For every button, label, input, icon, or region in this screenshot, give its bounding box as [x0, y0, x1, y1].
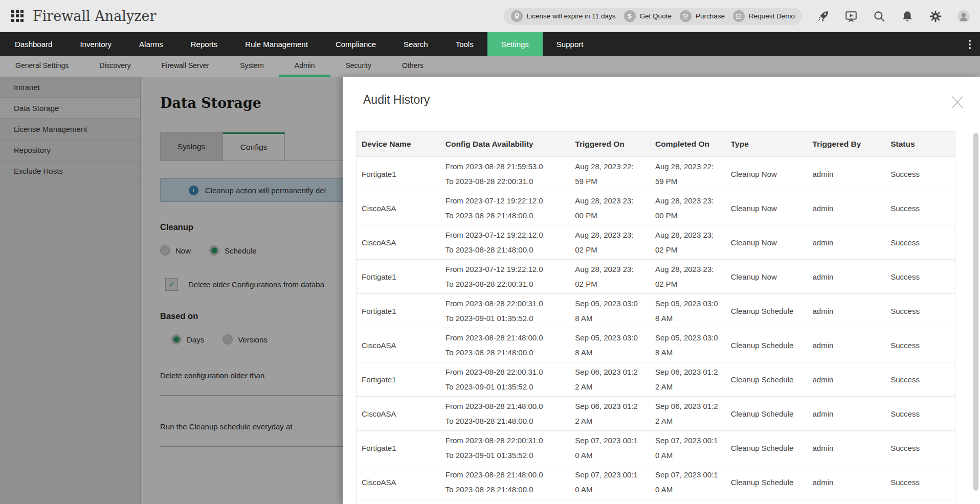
table-cell: CiscoASA	[357, 201, 440, 216]
cell-line: admin	[813, 475, 886, 490]
purchase-link[interactable]: Purchase	[680, 10, 725, 22]
scrollbar-thumb[interactable]	[973, 133, 978, 491]
table-cell: admin	[808, 269, 886, 284]
cell-line: Sep 05, 2023 03:0	[575, 296, 650, 311]
table-cell: admin	[808, 167, 886, 181]
nav-item-search[interactable]: Search	[390, 32, 442, 56]
table-cell: admin	[808, 235, 886, 250]
cell-line: To 2023-08-28 21:48:00.0	[446, 482, 570, 497]
table-cell: Sep 07, 2023 00:10 AM	[570, 433, 650, 463]
subnav-item-firewall-server[interactable]: Firewall Server	[146, 56, 225, 77]
cell-line: Cleanup Schedule	[731, 372, 808, 387]
nav-item-settings[interactable]: Settings	[487, 32, 543, 56]
cell-line: admin	[813, 201, 886, 216]
table-cell: Fortigate1	[357, 372, 440, 387]
table-cell: Success	[885, 372, 955, 387]
table-row: Fortigate1From 2023-08-28 22:00:31.0To 2…	[356, 362, 955, 397]
dollar-icon: $	[624, 10, 636, 22]
panel-title: Audit History	[363, 93, 430, 107]
cell-line: To 2023-08-28 21:48:00.0	[446, 208, 570, 223]
cell-line: Aug 28, 2023 22:	[575, 159, 650, 174]
settings-gear-icon[interactable]	[928, 9, 943, 24]
table-cell: Aug 28, 2023 23:02 PM	[570, 262, 650, 291]
table-cell: Sep 07, 2023 00:10 AM	[650, 467, 726, 497]
table-cell: Cleanup Now	[726, 167, 808, 181]
close-icon[interactable]	[950, 95, 965, 109]
demo-video-icon	[733, 10, 745, 22]
audit-table: Device NameConfig Data AvailabilityTrigg…	[356, 131, 955, 504]
table-cell: From 2023-07-12 19:22:12.0To 2023-08-28 …	[440, 193, 570, 223]
cell-line: From 2023-07-12 19:22:12.0	[446, 262, 570, 277]
subnav-item-discovery[interactable]: Discovery	[84, 56, 146, 77]
table-cell: Success	[885, 406, 955, 421]
table-cell: Aug 28, 2023 22:59 PM	[570, 159, 650, 189]
table-cell: From 2023-07-12 19:22:12.0To 2023-08-28 …	[440, 227, 570, 257]
subnav-item-general-settings[interactable]: General Settings	[0, 56, 84, 77]
table-cell: From 2023-08-28 21:59:53.0To 2023-08-28 …	[440, 159, 570, 189]
table-cell: CiscoASA	[357, 475, 440, 490]
cell-line: 59 PM	[575, 174, 650, 189]
cell-line: 00 PM	[655, 208, 726, 223]
subnav-item-admin[interactable]: Admin	[279, 56, 330, 77]
rocket-icon[interactable]	[816, 9, 830, 24]
overflow-menu-icon[interactable]	[960, 32, 980, 56]
table-row: CiscoASAFrom 2023-07-12 19:22:12.0To 202…	[356, 191, 955, 225]
cell-line: Sep 05, 2023 03:0	[655, 296, 726, 311]
cell-line: Sep 05, 2023 03:0	[655, 330, 726, 345]
cell-line: Success	[890, 235, 955, 250]
table-row: Fortigate1From 2023-08-28 22:00:31.0To 2…	[356, 431, 955, 465]
subnav-item-others[interactable]: Others	[387, 56, 439, 77]
request-demo-link[interactable]: Request Demo	[733, 10, 795, 22]
app-launcher-icon[interactable]	[11, 10, 25, 23]
table-row: CiscoASAFrom 2023-08-28 21:48:00.0To 202…	[356, 465, 955, 499]
cell-line: 0 AM	[655, 448, 726, 463]
cell-line: 2 AM	[575, 414, 650, 428]
subnav-item-security[interactable]: Security	[330, 56, 387, 77]
cell-line: To 2023-09-01 01:35:52.0	[446, 311, 570, 326]
column-header-triggered-by: Triggered By	[808, 140, 886, 149]
table-cell: Sep 07, 2023 00:10 AM	[570, 467, 650, 497]
nav-item-compliance[interactable]: Compliance	[322, 32, 390, 56]
cell-line: Aug 28, 2023 23:	[575, 262, 650, 277]
cell-line: Cleanup Schedule	[731, 406, 808, 421]
table-cell: Success	[885, 441, 955, 455]
table-cell: Aug 28, 2023 22:59 PM	[650, 159, 726, 189]
search-icon[interactable]	[872, 9, 886, 24]
cell-line: Cleanup Schedule	[731, 441, 808, 455]
table-cell: From 2023-08-28 22:00:31.0To 2023-09-01 …	[440, 433, 570, 463]
table-cell: Aug 28, 2023 23:02 PM	[650, 227, 726, 257]
cell-line: 8 AM	[575, 345, 650, 360]
cell-line: From 2023-08-28 21:59:53.0	[446, 159, 570, 174]
table-cell: Cleanup Now	[726, 269, 808, 284]
table-cell: Aug 28, 2023 23:02 PM	[650, 262, 726, 291]
screen: Firewall Analyzer License will expire in…	[0, 0, 980, 504]
presentation-icon[interactable]	[844, 9, 858, 24]
cell-line: To 2023-08-28 21:48:00.0	[446, 345, 570, 360]
table-cell: Cleanup Schedule	[726, 441, 808, 455]
subnav-item-system[interactable]: System	[225, 56, 279, 77]
license-badge-icon	[511, 10, 523, 22]
notifications-bell-icon[interactable]	[900, 9, 915, 24]
cell-line: 2 AM	[655, 414, 726, 428]
column-header-config-data-availability: Config Data Availability	[440, 140, 570, 149]
table-cell: Success	[885, 269, 955, 284]
cell-line: Fortigate1	[362, 304, 440, 318]
nav-item-alarms[interactable]: Alarms	[125, 32, 177, 56]
nav-item-tools[interactable]: Tools	[442, 32, 487, 56]
user-avatar[interactable]	[956, 9, 971, 24]
nav-item-rule-management[interactable]: Rule Management	[231, 32, 322, 56]
cell-line: Success	[890, 338, 955, 353]
table-row: CiscoASAFrom 2023-08-28 21:48:00.0To 202…	[356, 397, 955, 431]
nav-item-inventory[interactable]: Inventory	[66, 32, 125, 56]
table-cell: admin	[808, 201, 886, 216]
cell-line: To 2023-08-28 22:00:31.0	[446, 174, 570, 189]
table-cell: From 2023-08-28 21:48:00.0To 2023-08-28 …	[440, 399, 570, 428]
get-quote-link[interactable]: $ Get Quote	[624, 10, 672, 22]
nav-item-support[interactable]: Support	[543, 32, 597, 56]
cell-line: admin	[813, 167, 886, 181]
table-cell: Success	[885, 475, 955, 490]
table-cell: Fortigate1	[357, 167, 440, 181]
table-cell: Fortigate1	[357, 304, 440, 318]
nav-item-dashboard[interactable]: Dashboard	[1, 32, 66, 56]
nav-item-reports[interactable]: Reports	[177, 32, 232, 56]
